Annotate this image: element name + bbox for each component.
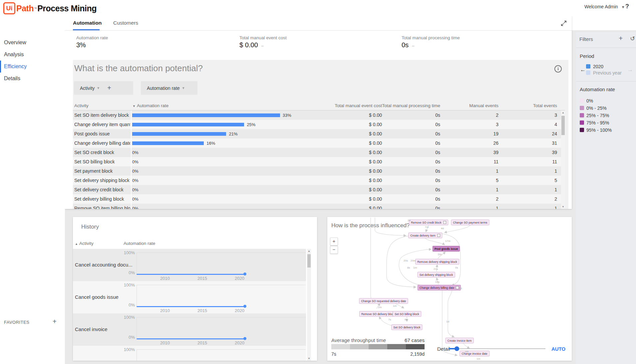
expand-icon[interactable]	[560, 20, 567, 27]
table-row[interactable]: Post goods issue 21% $ 0.00 0s 19 24	[73, 129, 561, 138]
col-header-automation-rate[interactable]: ▼Automation rate	[133, 101, 168, 110]
kpi-delta: –	[412, 43, 414, 48]
zoom-out-button[interactable]: −	[330, 246, 338, 254]
y-axis-top-label: 100%	[112, 347, 135, 352]
node-checkbox[interactable]	[456, 286, 459, 289]
sidebar-item-analysis[interactable]: Analysis	[0, 49, 65, 61]
process-node[interactable]: Change SO payment terms	[451, 220, 489, 225]
col-header-time[interactable]: Total manual processing time	[374, 101, 440, 110]
add-favorite-button[interactable]: +	[53, 318, 57, 325]
x-tick: 2015	[197, 340, 207, 345]
edge-label: 17m	[445, 240, 451, 243]
history-col-activity[interactable]: ▲Activity	[75, 241, 94, 246]
cell-time: 0s	[390, 120, 440, 129]
previous-period-swatch	[586, 71, 590, 75]
help-button[interactable]: ?	[625, 3, 629, 10]
previous-period-arrow[interactable]: ←	[580, 67, 586, 73]
history-row[interactable]: Cancel goods issue 100% 0% 2010 2015 202…	[73, 281, 306, 313]
add-filter-button[interactable]: +	[619, 34, 623, 42]
table-row[interactable]: Remove SO item billing block 0% $ 0.00 0…	[73, 204, 561, 209]
rate-bar-cell: 0%	[132, 157, 139, 166]
add-dimension-button[interactable]: +	[107, 84, 111, 92]
tab-automation[interactable]: Automation	[73, 16, 102, 30]
col-header-total-events[interactable]: Total events	[490, 101, 557, 110]
process-node[interactable]: Set SO delivery block	[391, 324, 422, 330]
cell-manual-events: 1	[449, 185, 498, 194]
history-title: History	[81, 224, 99, 230]
history-activity-label: Cancel accounting docu...	[75, 262, 133, 268]
process-node[interactable]: Remove SO delivery block	[359, 311, 397, 317]
process-node[interactable]: Remove SO credit block	[409, 220, 448, 225]
history-row-partial[interactable]: 100%	[73, 346, 306, 361]
dimension-dropdown[interactable]: Activity ▼ +	[74, 81, 133, 95]
table-row[interactable]: Change delivery billing date 16% $ 0.00 …	[73, 138, 561, 148]
reset-filters-icon[interactable]: ↺	[630, 35, 635, 42]
node-checkbox[interactable]	[443, 221, 446, 224]
cell-cost: $ 0.00	[332, 194, 382, 204]
table-row[interactable]: Set delivery shipping block 0% $ 0.00 0s…	[73, 176, 561, 185]
process-node[interactable]: Change SO requested delivery date	[359, 298, 408, 304]
auto-layout-button[interactable]: AUTO	[551, 346, 565, 352]
rate-line-series	[137, 338, 245, 339]
history-row[interactable]: Cancel invoice 100% 0% 2010 2015 2020	[73, 313, 306, 346]
scrollbar-thumb[interactable]	[561, 116, 565, 135]
cell-cost: $ 0.00	[332, 176, 382, 185]
scrollbar-thumb[interactable]	[307, 254, 311, 268]
favorites-label: FAVORITES	[4, 320, 30, 325]
column-separator	[131, 129, 132, 138]
top-bar: Ui Path ™ Process Mining Welcome Admin ▼…	[0, 0, 636, 16]
zoom-in-button[interactable]: +	[330, 238, 338, 246]
col-header-cost[interactable]: Total manual event cost	[315, 101, 382, 110]
rate-label: 33%	[283, 113, 291, 118]
table-row[interactable]: Set delivery credit block 0% $ 0.00 0s 1…	[73, 185, 561, 194]
history-row[interactable]: Cancel accounting docu... 100% 0% 2010 2…	[73, 249, 306, 281]
scroll-up-icon[interactable]: ▲	[307, 250, 311, 253]
scroll-up-icon[interactable]: ▲	[561, 111, 565, 114]
detail-slider-track[interactable]	[449, 348, 545, 349]
node-checkbox[interactable]	[437, 234, 440, 237]
node-label: Create delivery item	[410, 234, 436, 237]
edge-label: 2m	[465, 350, 469, 353]
process-node[interactable]: Remove delivery shipping block	[415, 259, 459, 265]
sidebar-item-overview[interactable]: Overview	[0, 37, 65, 49]
measure-dropdown[interactable]: Automation rate ▼	[141, 81, 197, 95]
process-node[interactable]: Create invoice item	[446, 338, 474, 343]
table-row[interactable]: Set SO item delivery block 33% $ 0.00 0s…	[73, 110, 561, 120]
table-row[interactable]: Set payment block 0% $ 0.00 0s 1 1	[73, 166, 561, 176]
table-row[interactable]: Change delivery item quantity 25% $ 0.00…	[73, 120, 561, 129]
cell-activity: Set delivery credit block	[74, 185, 130, 194]
node-label: Set SO billing block	[395, 312, 419, 316]
table-scrollbar[interactable]: ▲ ▼	[561, 110, 565, 209]
table-row[interactable]: Set delivery billing block 0% $ 0.00 0s …	[73, 194, 561, 204]
process-node[interactable]: Post goods issue	[433, 246, 460, 252]
filters-panel: Filters + ↺ Period ← → 2020 Previous yea…	[576, 32, 636, 364]
col-header-manual-events[interactable]: Manual events	[432, 101, 498, 110]
scroll-down-icon[interactable]: ▼	[307, 357, 311, 360]
table-row[interactable]: Set SO credit block 0% $ 0.00 0s 39 39	[73, 148, 561, 157]
history-scrollbar[interactable]: ▲ ▼	[307, 249, 311, 361]
history-col-rate[interactable]: Automation rate	[124, 241, 155, 246]
process-node[interactable]: Create delivery item	[408, 233, 442, 238]
next-period-arrow[interactable]: →	[627, 67, 633, 73]
cell-time: 0s	[390, 176, 440, 185]
rate-label: 16%	[206, 141, 215, 146]
col-header-label: Automation rate	[137, 103, 168, 108]
process-node[interactable]: Change delivery billing date	[418, 285, 461, 290]
process-node[interactable]: Change invoice date	[460, 351, 489, 356]
info-icon[interactable]: i	[554, 65, 562, 73]
throughput-label: Average throughput time	[331, 337, 386, 343]
column-separator	[131, 166, 132, 176]
rate-line-series	[137, 306, 245, 307]
y-axis-bottom-label: 0%	[112, 270, 135, 275]
tab-customers[interactable]: Customers	[113, 16, 138, 30]
detail-slider-knob[interactable]	[455, 346, 459, 351]
scroll-down-icon[interactable]: ▼	[561, 205, 565, 208]
col-header-activity[interactable]: Activity	[74, 101, 89, 110]
account-menu[interactable]: Welcome Admin ▼	[584, 4, 625, 9]
table-row[interactable]: Set SO billing block 0% $ 0.00 0s 11 11	[73, 157, 561, 166]
sidebar-item-efficiency[interactable]: Efficiency	[0, 61, 65, 73]
cell-cost: $ 0.00	[332, 157, 382, 166]
process-node[interactable]: Set SO billing block	[393, 311, 421, 317]
process-node[interactable]: Set delivery shipping block	[418, 272, 455, 277]
sidebar-item-details[interactable]: Details	[0, 73, 65, 85]
